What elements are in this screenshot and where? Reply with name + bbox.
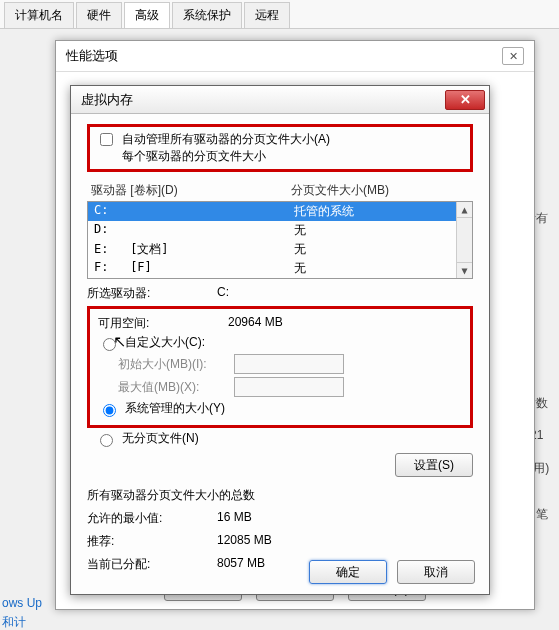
totals-label: 所有驱动器分页文件大小的总数 (87, 487, 473, 504)
scroll-up-icon[interactable]: ▲ (457, 202, 472, 218)
avail-space-value: 20964 MB (228, 315, 283, 332)
allowed-min-label: 允许的最小值: (87, 510, 217, 527)
tab-system-protection[interactable]: 系统保护 (172, 2, 242, 28)
custom-size-label: 自定义大小(C): (125, 334, 205, 351)
tab-hardware[interactable]: 硬件 (76, 2, 122, 28)
auto-manage-label: 自动管理所有驱动器的分页文件大小(A) (122, 131, 330, 148)
set-button[interactable]: 设置(S) (395, 453, 473, 477)
custom-size-radio[interactable] (103, 338, 116, 351)
initial-size-input[interactable] (234, 354, 344, 374)
highlight-custom-size: 可用空间: 20964 MB 自定义大小(C): 初始大小(MB)(I): 最大… (87, 306, 473, 428)
current-alloc-label: 当前已分配: (87, 556, 217, 573)
per-drive-label: 每个驱动器的分页文件大小 (122, 148, 330, 165)
col-drive-label: 驱动器 [卷标](D) (91, 182, 291, 199)
current-alloc-value: 8057 MB (217, 556, 265, 573)
drive-row-f[interactable]: F: [F] 无 (88, 259, 472, 278)
col-size-label: 分页文件大小(MB) (291, 182, 389, 199)
no-paging-label: 无分页文件(N) (122, 430, 199, 447)
scroll-down-icon[interactable]: ▼ (457, 262, 472, 278)
no-paging-radio[interactable] (100, 434, 113, 447)
drive-list-header: 驱动器 [卷标](D) 分页文件大小(MB) (87, 180, 473, 201)
vm-ok-button[interactable]: 确定 (309, 560, 387, 584)
max-size-input[interactable] (234, 377, 344, 397)
virtual-memory-dialog: 虚拟内存 ✕ 自动管理所有驱动器的分页文件大小(A) 每个驱动器的分页文件大小 … (70, 85, 490, 595)
drive-row-e[interactable]: E: [文档] 无 (88, 240, 472, 259)
selected-drive-value: C: (217, 285, 229, 302)
drive-list-scrollbar[interactable]: ▲ ▼ (456, 202, 472, 278)
auto-manage-checkbox[interactable] (100, 133, 113, 146)
selected-drive-label: 所选驱动器: (87, 285, 217, 302)
system-managed-label: 系统管理的大小(Y) (125, 400, 225, 417)
allowed-min-value: 16 MB (217, 510, 252, 527)
drive-row-c[interactable]: C: 托管的系统 (88, 202, 472, 221)
virtual-memory-title: 虚拟内存 (81, 91, 133, 109)
system-properties-tabs: 计算机名 硬件 高级 系统保护 远程 (0, 0, 559, 29)
initial-size-label: 初始大小(MB)(I): (118, 356, 228, 373)
performance-options-close-icon[interactable]: ✕ (502, 47, 524, 65)
drive-row-g[interactable]: G: 无 (88, 278, 472, 279)
highlight-auto-manage: 自动管理所有驱动器的分页文件大小(A) 每个驱动器的分页文件大小 (87, 124, 473, 172)
drive-list[interactable]: C: 托管的系统 D: 无 E: [文档] 无 F: [F] 无 G: 无 ▲ (87, 201, 473, 279)
bg-ows-up: ows Up (2, 596, 42, 610)
tab-advanced[interactable]: 高级 (124, 2, 170, 28)
recommended-label: 推荐: (87, 533, 217, 550)
tab-remote[interactable]: 远程 (244, 2, 290, 28)
vm-cancel-button[interactable]: 取消 (397, 560, 475, 584)
system-managed-radio[interactable] (103, 404, 116, 417)
tab-computer-name[interactable]: 计算机名 (4, 2, 74, 28)
recommended-value: 12085 MB (217, 533, 272, 550)
bg-heji: 和计 (2, 614, 26, 630)
avail-space-label: 可用空间: (98, 315, 228, 332)
drive-row-d[interactable]: D: 无 (88, 221, 472, 240)
virtual-memory-close-button[interactable]: ✕ (445, 90, 485, 110)
performance-options-title: 性能选项 (66, 47, 118, 65)
max-size-label: 最大值(MB)(X): (118, 379, 228, 396)
